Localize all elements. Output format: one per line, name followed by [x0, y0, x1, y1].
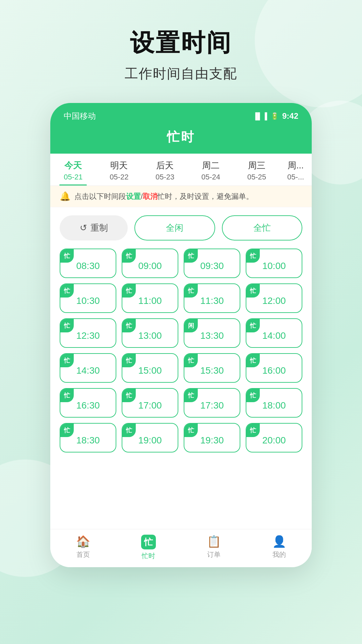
day-tab-3[interactable]: 周二 05-24	[188, 154, 234, 185]
slot-badge-8: 忙	[60, 319, 74, 332]
day-name-5: 周...	[280, 160, 312, 171]
nav-icon-2: 📋	[207, 535, 221, 548]
time-slot-3[interactable]: 忙 10:00	[246, 249, 302, 278]
slot-badge-13: 忙	[122, 354, 136, 367]
slot-time-10: 13:30	[188, 330, 236, 341]
all-free-button[interactable]: 全闲	[134, 215, 215, 240]
slot-time-22: 19:30	[188, 435, 236, 446]
slot-badge-4: 忙	[60, 284, 74, 298]
slot-time-7: 12:00	[250, 296, 298, 306]
app-header: 忙时	[50, 123, 312, 154]
slot-badge-12: 忙	[60, 354, 74, 367]
time-slot-16[interactable]: 忙 16:30	[60, 388, 116, 418]
bg-decoration-1	[255, 0, 362, 107]
day-name-4: 周三	[234, 160, 280, 171]
slot-badge-16: 忙	[60, 389, 74, 402]
time-slot-8[interactable]: 忙 12:30	[60, 318, 116, 348]
day-tab-0[interactable]: 今天 05-21	[50, 154, 96, 185]
day-tab-1[interactable]: 明天 05-22	[96, 154, 142, 185]
notice-cancel: 取消	[143, 192, 158, 201]
time-slot-10[interactable]: 闲 13:30	[184, 318, 240, 348]
action-row: ↺ 重制 全闲 全忙	[50, 207, 312, 249]
day-date-1: 05-22	[96, 173, 142, 181]
slot-badge-9: 忙	[122, 319, 136, 332]
time-slot-9[interactable]: 忙 13:00	[122, 318, 178, 348]
nav-item-订单[interactable]: 📋 订单	[181, 535, 246, 560]
time-slot-17[interactable]: 忙 17:00	[122, 388, 178, 418]
slot-time-18: 17:30	[188, 400, 236, 411]
slot-badge-5: 忙	[122, 284, 136, 298]
slot-badge-20: 忙	[60, 424, 74, 437]
day-date-0: 05-21	[50, 173, 96, 181]
time-slot-1[interactable]: 忙 09:00	[122, 249, 178, 278]
slot-time-12: 14:30	[64, 365, 112, 376]
slot-badge-18: 忙	[184, 389, 198, 402]
day-name-2: 后天	[142, 160, 188, 171]
slot-time-1: 09:00	[126, 261, 174, 271]
status-right: ▐▌▐ 🔋 9:42	[253, 111, 298, 121]
slot-badge-17: 忙	[122, 389, 136, 402]
phone-mockup: 中国移动 ▐▌▐ 🔋 9:42 忙时 今天 05-21 明天 05-22 后天 …	[50, 103, 312, 567]
time-slot-23[interactable]: 忙 20:00	[246, 423, 302, 452]
time-slot-7[interactable]: 忙 12:00	[246, 283, 302, 313]
all-busy-button[interactable]: 全忙	[222, 215, 302, 240]
slot-time-16: 16:30	[64, 400, 112, 411]
nav-label-2: 订单	[207, 550, 221, 559]
time-slot-19[interactable]: 忙 18:00	[246, 388, 302, 418]
day-tab-4[interactable]: 周三 05-25	[234, 154, 280, 185]
notice-set: 设置	[126, 192, 141, 201]
notice-text: 点击以下时间段设置/取消忙时，及时设置，避免漏单。	[74, 192, 302, 202]
battery-icon: 🔋	[270, 112, 279, 120]
nav-label-0: 首页	[76, 550, 90, 559]
day-date-4: 05-25	[234, 173, 280, 181]
time-slot-14[interactable]: 忙 15:30	[184, 353, 240, 383]
slot-badge-21: 忙	[122, 424, 136, 437]
day-date-5: 05-...	[280, 173, 312, 181]
slot-badge-2: 忙	[184, 249, 198, 263]
nav-item-首页[interactable]: 🏠 首页	[50, 535, 116, 560]
time-slot-18[interactable]: 忙 17:30	[184, 388, 240, 418]
time-slot-22[interactable]: 忙 19:30	[184, 423, 240, 452]
reset-button[interactable]: ↺ 重制	[60, 215, 128, 240]
slot-badge-0: 忙	[60, 249, 74, 263]
signal-icon: ▐▌▐	[253, 112, 267, 120]
slot-badge-10: 闲	[184, 319, 198, 332]
day-tab-5[interactable]: 周... 05-...	[280, 154, 312, 185]
time-slot-6[interactable]: 忙 11:30	[184, 283, 240, 313]
time-slot-13[interactable]: 忙 15:00	[122, 353, 178, 383]
time-slot-0[interactable]: 忙 08:30	[60, 249, 116, 278]
slot-time-19: 18:00	[250, 400, 298, 411]
time-slot-2[interactable]: 忙 09:30	[184, 249, 240, 278]
slot-badge-22: 忙	[184, 424, 198, 437]
day-name-1: 明天	[96, 160, 142, 171]
day-tab-2[interactable]: 后天 05-23	[142, 154, 188, 185]
slot-badge-23: 忙	[246, 424, 260, 437]
slot-badge-19: 忙	[246, 389, 260, 402]
time-slot-15[interactable]: 忙 16:00	[246, 353, 302, 383]
slot-time-17: 17:00	[126, 400, 174, 411]
time-slot-4[interactable]: 忙 10:30	[60, 283, 116, 313]
slot-badge-6: 忙	[184, 284, 198, 298]
slot-badge-15: 忙	[246, 354, 260, 367]
slot-time-13: 15:00	[126, 365, 174, 376]
notice-icon: 🔔	[60, 191, 70, 202]
slot-time-0: 08:30	[64, 261, 112, 271]
slot-time-4: 10:30	[64, 296, 112, 306]
nav-item-忙时[interactable]: 忙 忙时	[116, 535, 181, 560]
time-slot-5[interactable]: 忙 11:00	[122, 283, 178, 313]
slot-time-20: 18:30	[64, 435, 112, 446]
slot-badge-7: 忙	[246, 284, 260, 298]
time-slot-21[interactable]: 忙 19:00	[122, 423, 178, 452]
day-name-3: 周二	[188, 160, 234, 171]
app-title: 忙时	[50, 128, 312, 146]
time-slot-20[interactable]: 忙 18:30	[60, 423, 116, 452]
nav-item-我的[interactable]: 👤 我的	[246, 535, 312, 560]
reset-icon: ↺	[80, 223, 87, 233]
time-slot-12[interactable]: 忙 14:30	[60, 353, 116, 383]
time-slot-11[interactable]: 忙 14:00	[246, 318, 302, 348]
nav-icon-1: 忙	[141, 535, 156, 549]
day-name-0: 今天	[50, 160, 96, 171]
slot-time-3: 10:00	[250, 261, 298, 271]
day-date-2: 05-23	[142, 173, 188, 181]
slot-time-23: 20:00	[250, 435, 298, 446]
